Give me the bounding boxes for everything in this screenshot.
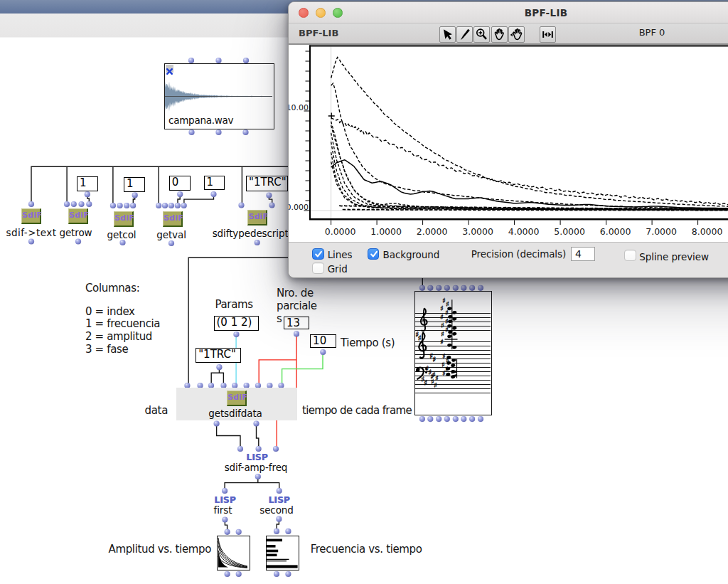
port[interactable] bbox=[266, 192, 272, 198]
port[interactable] bbox=[188, 129, 194, 135]
port[interactable] bbox=[237, 446, 243, 452]
port[interactable] bbox=[444, 416, 450, 422]
port[interactable] bbox=[156, 203, 161, 208]
port[interactable] bbox=[461, 416, 466, 422]
comment-frecuencia-vs[interactable]: Frecuencia vs. tiempo bbox=[311, 543, 422, 556]
port[interactable] bbox=[214, 420, 220, 426]
port[interactable] bbox=[453, 416, 459, 422]
port[interactable] bbox=[277, 488, 282, 494]
port[interactable] bbox=[238, 202, 244, 208]
port[interactable] bbox=[162, 203, 168, 208]
port[interactable] bbox=[255, 474, 261, 479]
port[interactable] bbox=[175, 203, 181, 208]
port[interactable] bbox=[75, 238, 81, 244]
second-icon[interactable]: LISP bbox=[269, 495, 290, 505]
comment-amplitud-vs[interactable]: Amplitud vs. tiempo bbox=[109, 543, 212, 556]
tool-zoom-button[interactable] bbox=[473, 26, 490, 43]
comment-tiempo-s[interactable]: Tiempo (s) bbox=[341, 337, 395, 350]
port[interactable] bbox=[320, 349, 326, 355]
port[interactable] bbox=[253, 420, 259, 426]
getval-icon[interactable]: SdiF bbox=[163, 211, 183, 227]
cable-time[interactable] bbox=[282, 355, 323, 386]
port[interactable] bbox=[130, 203, 136, 208]
port[interactable] bbox=[215, 129, 221, 135]
spline-checkbox[interactable] bbox=[624, 250, 636, 262]
chord-seq-box[interactable]: ♯♯♯♯♯♯♯♯♯♯♯♯♯♯♯♯♯♯♯♯♯♯♯♯♯♯♯♯ bbox=[414, 291, 492, 415]
port[interactable] bbox=[478, 416, 483, 422]
value-box-time[interactable]: 10 bbox=[310, 334, 336, 349]
comment-params[interactable]: Params bbox=[215, 299, 253, 312]
port[interactable] bbox=[255, 240, 260, 245]
port[interactable] bbox=[78, 201, 84, 207]
port[interactable] bbox=[124, 203, 129, 208]
port[interactable] bbox=[436, 285, 441, 291]
sound-lock-icon[interactable] bbox=[166, 65, 173, 73]
precision-input[interactable] bbox=[571, 247, 595, 261]
port[interactable] bbox=[236, 529, 242, 535]
port[interactable] bbox=[419, 416, 425, 422]
comment-data[interactable]: data bbox=[145, 405, 168, 418]
value-box-getrow-row[interactable]: 1 bbox=[77, 176, 98, 191]
getrow-icon[interactable]: SdiF bbox=[68, 208, 88, 224]
bpf-amplitude-box[interactable] bbox=[217, 536, 250, 570]
port[interactable] bbox=[236, 571, 242, 577]
port[interactable] bbox=[188, 58, 194, 63]
first-icon[interactable]: LISP bbox=[214, 495, 235, 505]
port[interactable] bbox=[225, 571, 230, 577]
port[interactable] bbox=[427, 285, 433, 291]
port[interactable] bbox=[285, 571, 291, 577]
sdif-to-text-icon[interactable]: SdiF bbox=[21, 208, 41, 224]
port[interactable] bbox=[469, 285, 475, 291]
port[interactable] bbox=[222, 488, 228, 494]
port[interactable] bbox=[461, 285, 466, 291]
sdiftypedescription-icon[interactable]: SdiF bbox=[247, 210, 267, 225]
value-box-sdiftype-sig[interactable]: "1TRC" bbox=[246, 176, 288, 191]
port[interactable] bbox=[285, 529, 291, 534]
port[interactable] bbox=[269, 202, 274, 208]
port[interactable] bbox=[215, 58, 221, 63]
tool-fit-button[interactable] bbox=[540, 26, 556, 43]
tool-pen-button[interactable] bbox=[456, 26, 473, 43]
port[interactable] bbox=[210, 191, 216, 197]
comment-tiempo-frame[interactable]: tiempo de cada frame bbox=[302, 405, 412, 418]
port[interactable] bbox=[242, 129, 248, 135]
port[interactable] bbox=[225, 529, 230, 535]
port[interactable] bbox=[453, 285, 459, 291]
port[interactable] bbox=[71, 201, 77, 207]
port[interactable] bbox=[419, 285, 425, 291]
getcol-icon[interactable]: SdiF bbox=[114, 211, 134, 227]
port[interactable] bbox=[444, 285, 450, 291]
value-box-getval-col[interactable]: 1 bbox=[204, 176, 225, 190]
port[interactable] bbox=[436, 416, 441, 422]
port[interactable] bbox=[85, 191, 90, 197]
bpf-plot[interactable]: 10.000.0000.00001.00002.00003.00004.0000… bbox=[289, 45, 728, 242]
port[interactable] bbox=[181, 203, 187, 208]
port[interactable] bbox=[276, 516, 282, 522]
port[interactable] bbox=[478, 285, 483, 291]
bpf-lib-window[interactable]: BPF-LIB BPF-LIB bbox=[288, 1, 728, 278]
lines-checkbox[interactable] bbox=[312, 248, 324, 260]
port[interactable] bbox=[110, 203, 116, 208]
value-box-params[interactable]: (0 1 2) bbox=[214, 316, 259, 331]
port[interactable] bbox=[216, 364, 222, 370]
port[interactable] bbox=[222, 516, 228, 522]
port[interactable] bbox=[177, 191, 183, 197]
port[interactable] bbox=[119, 240, 125, 245]
port[interactable] bbox=[132, 192, 138, 198]
getsdifdata-box[interactable]: SdiF getsdifdata bbox=[176, 388, 297, 420]
value-box-frame-sig[interactable]: "1TRC" bbox=[196, 348, 241, 363]
value-box-getcol-col[interactable]: 1 bbox=[124, 177, 145, 192]
multiseq-frequency-box[interactable] bbox=[266, 536, 299, 570]
port[interactable] bbox=[86, 201, 92, 207]
port[interactable] bbox=[233, 331, 239, 337]
bpf-window-titlebar[interactable]: BPF-LIB bbox=[289, 2, 728, 23]
port[interactable] bbox=[243, 58, 249, 63]
port[interactable] bbox=[274, 571, 279, 577]
port[interactable] bbox=[168, 203, 174, 208]
sdif-amp-freq-icon[interactable]: LISP bbox=[246, 452, 267, 462]
tool-arrow-button[interactable] bbox=[439, 26, 456, 43]
port[interactable] bbox=[273, 446, 279, 452]
grid-checkbox[interactable] bbox=[312, 262, 324, 275]
value-box-npartials[interactable]: 13 bbox=[284, 317, 309, 330]
port[interactable] bbox=[427, 416, 433, 422]
